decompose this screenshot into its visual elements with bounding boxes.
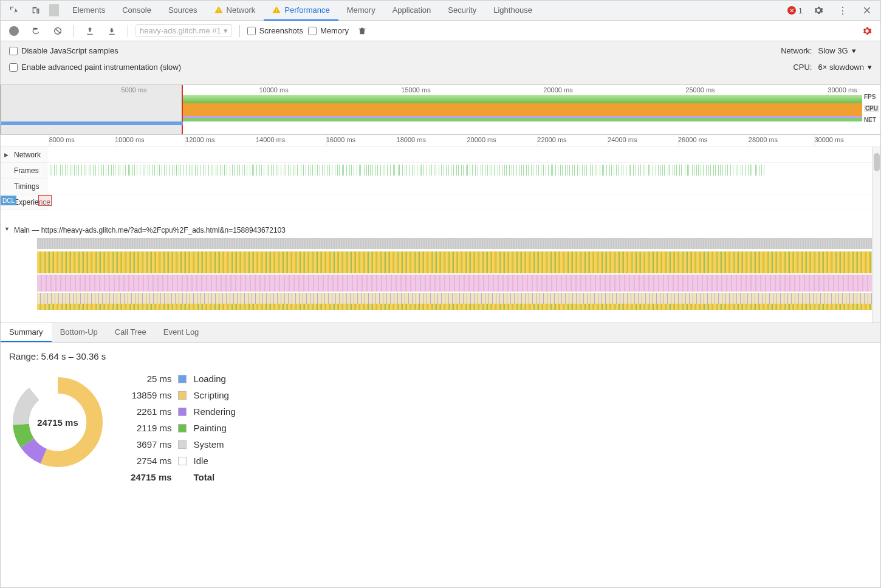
ruler-tick: 10000 ms	[115, 136, 144, 143]
inspect-icon[interactable]	[5, 3, 22, 18]
track-label-frames[interactable]: Frames	[1, 163, 48, 179]
tab-network[interactable]: Network	[206, 1, 264, 21]
frames-track[interactable]	[1, 163, 872, 179]
bottom-tab-summary[interactable]: Summary	[1, 323, 52, 342]
overview-tick: 25000 ms	[685, 86, 715, 94]
ruler-tick: 14000 ms	[256, 136, 285, 143]
legend-label: Idle	[194, 456, 236, 466]
timings-track[interactable]	[1, 179, 872, 194]
dcl-marker[interactable]: DCL	[1, 196, 16, 205]
tab-performance[interactable]: Performance	[264, 1, 338, 21]
bottom-tab-call-tree[interactable]: Call Tree	[106, 323, 155, 342]
gear-icon[interactable]	[810, 3, 827, 18]
reload-button[interactable]	[27, 24, 44, 38]
legend-swatch	[178, 440, 187, 449]
timeline-overview[interactable]: 5000 ms10000 ms15000 ms20000 ms25000 ms3…	[1, 85, 880, 135]
legend-ms: 13859 ms	[131, 390, 172, 400]
ruler-tick: 30000 ms	[814, 136, 843, 143]
overview-tick: 20000 ms	[543, 86, 572, 94]
memory-checkbox[interactable]: Memory	[308, 26, 349, 35]
timeline-ruler[interactable]: 8000 ms10000 ms12000 ms14000 ms16000 ms1…	[1, 135, 880, 147]
overview-tick: 10000 ms	[259, 86, 288, 94]
more-icon[interactable]: ⋮	[834, 3, 851, 18]
network-throttle-select[interactable]: Slow 3G▾	[818, 46, 855, 55]
upload-icon[interactable]	[81, 24, 98, 38]
track-label-timings[interactable]: Timings	[1, 179, 48, 194]
main-track-label[interactable]: Main — https://heavy-ads.glitch.me/?ad=%…	[1, 226, 286, 234]
network-track[interactable]	[1, 147, 872, 163]
error-count-badge[interactable]: ✕ 1	[787, 6, 803, 15]
cpu-label: CPU:	[772, 63, 812, 72]
ruler-tick: 24000 ms	[608, 136, 637, 143]
network-label: Network:	[772, 46, 812, 55]
chevron-down-icon: ▾	[852, 46, 856, 55]
ruler-tick: 8000 ms	[49, 136, 75, 143]
overview-tick: 30000 ms	[828, 86, 857, 94]
legend-label: Loading	[194, 374, 236, 384]
close-icon[interactable]	[859, 3, 876, 18]
summary-donut-chart: 24715 ms	[9, 374, 106, 471]
summary-panel: Range: 5.64 s – 30.36 s 24715 ms 25 msLo…	[1, 343, 880, 491]
device-toggle-icon[interactable]	[27, 3, 44, 18]
tab-lighthouse[interactable]: Lighthouse	[485, 1, 541, 21]
legend-ms: 2119 ms	[131, 423, 172, 433]
timeline-tracks[interactable]: DCL NetworkFramesTimingsExperience Main …	[1, 147, 880, 323]
ruler-tick: 12000 ms	[185, 136, 214, 143]
tab-elements[interactable]: Elements	[64, 1, 114, 21]
bottom-tab-bottom-up[interactable]: Bottom-Up	[52, 323, 106, 342]
profile-label: heavy-ads.glitch.me #1	[140, 26, 221, 35]
range-text: Range: 5.64 s – 30.36 s	[9, 351, 872, 361]
settings-gear-icon[interactable]	[859, 24, 876, 38]
download-icon[interactable]	[103, 24, 120, 38]
tab-security[interactable]: Security	[439, 1, 485, 21]
legend-swatch	[178, 375, 187, 383]
fps-band	[183, 95, 862, 103]
ruler-tick: 22000 ms	[537, 136, 566, 143]
net-band	[1, 121, 183, 125]
ruler-tick: 18000 ms	[397, 136, 426, 143]
track-label-network[interactable]: Network	[1, 147, 48, 163]
profile-select[interactable]: heavy-ads.glitch.me #1 ▾	[135, 24, 232, 37]
tab-application[interactable]: Application	[384, 1, 440, 21]
ruler-tick: 26000 ms	[678, 136, 707, 143]
screenshots-checkbox[interactable]: Screenshots	[247, 26, 303, 35]
clear-button[interactable]	[49, 24, 66, 38]
bottom-tab-event-log[interactable]: Event Log	[155, 323, 208, 342]
overview-selection-handle[interactable]	[1, 85, 183, 134]
legend-ms: 2754 ms	[131, 456, 172, 466]
vertical-scrollbar[interactable]	[872, 147, 880, 323]
enable-paint-checkbox[interactable]: Enable advanced paint instrumentation (s…	[9, 63, 181, 72]
tab-memory[interactable]: Memory	[338, 1, 384, 21]
ruler-tick: 16000 ms	[326, 136, 355, 143]
cpu-label-ov: CPU	[864, 105, 879, 112]
record-button[interactable]	[5, 24, 22, 38]
net-label: NET	[864, 117, 879, 123]
legend-label: Rendering	[194, 406, 236, 417]
error-icon: ✕	[787, 6, 796, 15]
overview-tick: 15000 ms	[401, 86, 430, 94]
chevron-down-icon: ▾	[224, 26, 228, 35]
legend-swatch	[178, 391, 187, 400]
summary-tabs: SummaryBottom-UpCall TreeEvent Log	[1, 323, 880, 343]
ruler-tick: 28000 ms	[749, 136, 778, 143]
ruler-tick: 20000 ms	[467, 136, 496, 143]
trash-icon[interactable]	[354, 24, 371, 38]
legend-swatch	[178, 424, 187, 432]
devtools-topbar: ElementsConsoleSourcesNetworkPerformance…	[1, 1, 880, 21]
main-thread-flame[interactable]	[1, 227, 872, 312]
experience-track[interactable]	[1, 194, 872, 210]
scroll-thumb[interactable]	[874, 153, 880, 171]
legend-ms: 25 ms	[131, 374, 172, 384]
timing-event-marker[interactable]	[38, 195, 52, 206]
legend-label: Scripting	[194, 390, 236, 400]
tab-console[interactable]: Console	[114, 1, 160, 21]
tab-sources[interactable]: Sources	[160, 1, 206, 21]
cpu-throttle-select[interactable]: 6× slowdown▾	[818, 63, 872, 72]
chevron-down-icon: ▾	[868, 63, 872, 72]
disable-js-checkbox[interactable]: Disable JavaScript samples	[9, 46, 181, 55]
legend-label: System	[194, 439, 236, 450]
perf-toolbar: heavy-ads.glitch.me #1 ▾ Screenshots Mem…	[1, 21, 880, 41]
fps-label: FPS	[864, 94, 879, 100]
capture-options: Disable JavaScript samples Enable advanc…	[1, 41, 880, 85]
legend-swatch	[178, 408, 187, 416]
